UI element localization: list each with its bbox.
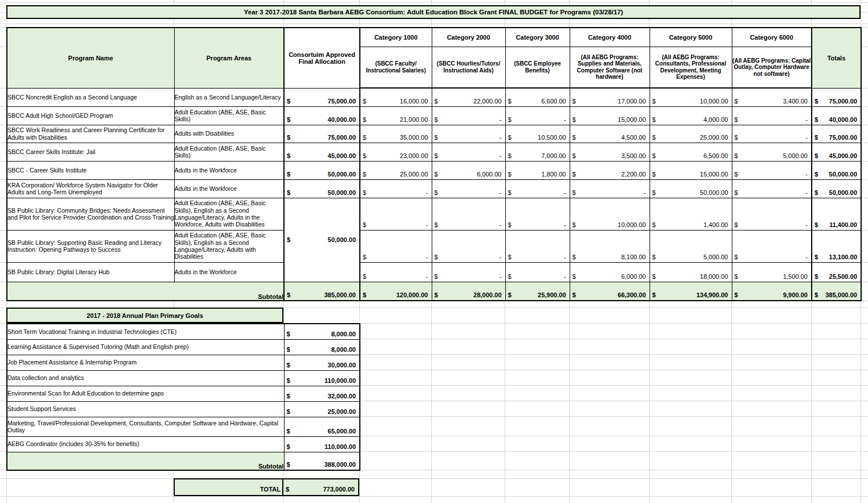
category-2000-cell[interactable]: $- — [432, 106, 505, 125]
header-category-4000[interactable]: Category 4000 — [570, 28, 650, 47]
category-2000-cell[interactable]: $- — [432, 262, 505, 282]
program-name-cell[interactable]: SBCC - Career Skills Institute — [7, 161, 174, 179]
allocation-cell[interactable]: $75,000.00 — [284, 125, 360, 143]
subtotal-allocation-cell[interactable]: $385,000.00 — [284, 282, 360, 301]
subtotal-category-5000-cell[interactable]: $134,900.00 — [650, 282, 732, 301]
header-category-5000[interactable]: Category 5000 — [650, 28, 732, 47]
category-6000-cell[interactable]: $- — [732, 179, 812, 198]
header-totals[interactable]: Totals — [812, 28, 861, 88]
subtotal-category-1000-cell[interactable]: $120,000.00 — [360, 282, 432, 301]
program-areas-cell[interactable]: Adult Education (ABE, ASE, Basic Skills) — [174, 143, 284, 161]
category-3000-cell[interactable]: $- — [505, 230, 570, 262]
category-3000-cell[interactable]: $1,800.00 — [505, 161, 570, 179]
category-1000-cell[interactable]: $- — [360, 262, 432, 282]
category-4000-cell[interactable]: $10,000.00 — [570, 198, 650, 230]
row-total-cell[interactable]: $50,000.00 — [812, 161, 861, 179]
program-name-cell[interactable]: SBCC Career Skills Institute: Jail — [7, 143, 174, 161]
program-name-cell[interactable]: SB Public Library: Digital Literacy Hub — [7, 262, 174, 282]
program-name-cell[interactable]: SBCC Noncredit English as a Second Langu… — [7, 88, 174, 106]
program-name-cell[interactable]: SBCC Work Readiness and Career Planning … — [7, 125, 174, 143]
program-name-cell[interactable]: SB Public Library: Community Bridges: Ne… — [7, 198, 174, 230]
category-2000-cell[interactable]: $- — [432, 230, 505, 262]
goal-label-cell[interactable]: Job Placement Assistance & Internship Pr… — [7, 355, 284, 370]
category-5000-cell[interactable]: $5,000.00 — [650, 230, 732, 262]
category-4000-cell[interactable]: $4,500.00 — [570, 125, 650, 143]
goal-label-cell[interactable]: AEBG Coordinator (includes 30-35% for be… — [7, 436, 284, 452]
program-areas-cell[interactable]: Adult Education (ABE, ASE, Basic Skills)… — [174, 198, 284, 230]
row-total-cell[interactable]: $75,000.00 — [812, 88, 861, 106]
row-total-cell[interactable]: $25,500.00 — [812, 262, 861, 282]
row-total-cell[interactable]: $40,000.00 — [812, 106, 861, 125]
row-total-cell[interactable]: $13,100.00 — [812, 230, 861, 262]
header-program-name[interactable]: Program Name — [7, 28, 174, 88]
header-category-6000[interactable]: Category 6000 — [732, 28, 812, 47]
row-total-cell[interactable]: $45,000.00 — [812, 143, 861, 161]
category-5000-cell[interactable]: $50,000.00 — [650, 179, 732, 198]
allocation-cell[interactable]: $50,000.00 — [284, 161, 360, 179]
category-2000-cell[interactable]: $6,000.00 — [432, 161, 505, 179]
program-areas-cell[interactable]: Adults in the Workforce — [174, 262, 284, 282]
category-6000-cell[interactable]: $- — [732, 106, 812, 125]
goal-label-cell[interactable]: Data collection and analytics — [7, 370, 284, 386]
category-5000-cell[interactable]: $4,000.00 — [650, 106, 732, 125]
program-areas-cell[interactable]: Adult Education (ABE, ASE, Basic Skills) — [174, 106, 284, 125]
header-program-areas[interactable]: Program Areas — [174, 28, 284, 88]
category-2000-cell[interactable]: $- — [432, 198, 505, 230]
program-areas-cell[interactable]: Adult Education (ABE, ASE, Basic Skills)… — [174, 230, 284, 262]
program-areas-cell[interactable]: Adults with Disabilities — [174, 125, 284, 143]
subtotal-total-cell[interactable]: $385,000.00 — [812, 282, 861, 301]
header-category-4000-desc[interactable]: (All AEBG Programs: Supplies and Materia… — [570, 47, 650, 88]
category-1000-cell[interactable]: $- — [360, 230, 432, 262]
allocation-cell[interactable]: $75,000.00 — [284, 88, 360, 106]
header-category-5000-desc[interactable]: (All AEBG Programs: Consultants, Profess… — [650, 47, 732, 88]
category-6000-cell[interactable]: $3,400.00 — [732, 88, 812, 106]
category-4000-cell[interactable]: $15,000.00 — [570, 106, 650, 125]
category-4000-cell[interactable]: $8,100.00 — [570, 230, 650, 262]
row-total-cell[interactable]: $11,400.00 — [812, 198, 861, 230]
category-5000-cell[interactable]: $10,000.00 — [650, 88, 732, 106]
goal-label-cell[interactable]: Marketing, Travel/Professional Developme… — [7, 417, 284, 436]
allocation-cell[interactable]: $40,000.00 — [284, 106, 360, 125]
grand-total-label-cell[interactable]: TOTAL — [175, 479, 283, 495]
category-1000-cell[interactable]: $- — [360, 179, 432, 198]
category-1000-cell[interactable]: $16,000.00 — [360, 88, 432, 106]
subtotal-category-6000-cell[interactable]: $9,900.00 — [732, 282, 812, 301]
category-6000-cell[interactable]: $- — [732, 125, 812, 143]
category-2000-cell[interactable]: $22,000.00 — [432, 88, 505, 106]
category-2000-cell[interactable]: $- — [432, 125, 505, 143]
category-5000-cell[interactable]: $1,400.00 — [650, 198, 732, 230]
sheet-title-cell[interactable]: Year 3 2017-2018 Santa Barbara AEBG Cons… — [6, 5, 861, 19]
program-name-cell[interactable]: KRA Corporation/ Workforce System Naviga… — [7, 179, 174, 198]
goal-label-cell[interactable]: Student Support Services — [7, 401, 284, 417]
category-4000-cell[interactable]: $17,000.00 — [570, 88, 650, 106]
goal-amount-cell[interactable]: $110,000.00 — [284, 370, 360, 386]
category-1000-cell[interactable]: $25,000.00 — [360, 161, 432, 179]
header-category-3000-desc[interactable]: (SBCC Employee Benefits) — [505, 47, 570, 88]
goal-label-cell[interactable]: Environmental Scan for Adult Education t… — [7, 386, 284, 401]
goal-amount-cell[interactable]: $8,000.00 — [284, 339, 360, 355]
goal-label-cell[interactable]: Short Term Vocational Training in Indust… — [7, 324, 284, 339]
allocation-cell-merged[interactable]: $50,000.00 — [284, 198, 360, 282]
header-allocation[interactable]: Consortuim Approved Final Allocation — [284, 28, 360, 88]
goal-amount-cell[interactable]: $32,000.00 — [284, 386, 360, 401]
header-category-3000[interactable]: Category 3000 — [505, 28, 570, 47]
row-total-cell[interactable]: $75,000.00 — [812, 125, 861, 143]
category-1000-cell[interactable]: $- — [360, 198, 432, 230]
category-3000-cell[interactable]: $- — [505, 198, 570, 230]
category-3000-cell[interactable]: $7,000.00 — [505, 143, 570, 161]
goal-label-cell[interactable]: Learning Assistance & Supervised Tutorin… — [7, 339, 284, 355]
allocation-cell[interactable]: $45,000.00 — [284, 143, 360, 161]
allocation-cell[interactable]: $50,000.00 — [284, 179, 360, 198]
row-total-cell[interactable]: $50,000.00 — [812, 179, 861, 198]
goals-header-cell[interactable]: 2017 - 2018 Annual Plan Primary Goals — [6, 308, 283, 323]
category-6000-cell[interactable]: $1,500.00 — [732, 262, 812, 282]
category-5000-cell[interactable]: $18,000.00 — [650, 262, 732, 282]
goals-subtotal-amount-cell[interactable]: $388,000.00 — [284, 452, 360, 470]
category-6000-cell[interactable]: $- — [732, 161, 812, 179]
goal-amount-cell[interactable]: $25,000.00 — [284, 401, 360, 417]
category-6000-cell[interactable]: $- — [732, 198, 812, 230]
goals-subtotal-label-cell[interactable]: Subtotal — [7, 452, 284, 470]
category-5000-cell[interactable]: $6,500.00 — [650, 143, 732, 161]
program-areas-cell[interactable]: English as a Second Language/Literacy — [174, 88, 284, 106]
category-1000-cell[interactable]: $21,000.00 — [360, 106, 432, 125]
